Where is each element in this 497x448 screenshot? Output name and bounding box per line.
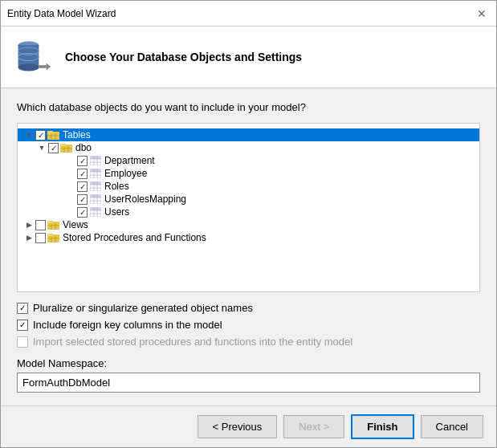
svg-rect-11: [90, 156, 101, 159]
expander-storedprocs: ▶: [24, 233, 34, 242]
option-row-pluralize: Pluralize or singularize generated objec…: [17, 302, 480, 314]
table-icon-userrolesmapping: [89, 193, 102, 205]
label-importprocs: Import selected stored procedures and fu…: [33, 336, 352, 348]
label-views: Views: [63, 219, 88, 230]
svg-rect-35: [90, 207, 101, 210]
question-label: Which database objects do you want to in…: [17, 101, 480, 113]
title-bar-left: Entity Data Model Wizard: [7, 8, 116, 19]
svg-rect-6: [60, 144, 66, 147]
label-userrolesmapping: UserRolesMapping: [104, 193, 186, 205]
option-row-foreignkey: Include foreign key columns in the model: [17, 319, 480, 331]
svg-rect-41: [47, 221, 53, 224]
database-icon: [14, 38, 52, 76]
tree-item-department[interactable]: ▶ Department: [18, 154, 479, 167]
svg-rect-17: [90, 169, 101, 172]
folder-icon-tables: [47, 129, 60, 141]
namespace-section: Model Namespace:: [17, 357, 480, 393]
cylinder-bottom: [18, 63, 39, 71]
label-roles: Roles: [104, 181, 129, 192]
cancel-button[interactable]: Cancel: [421, 415, 483, 438]
expander-views: ▶: [24, 220, 34, 230]
finish-button[interactable]: Finish: [351, 414, 413, 439]
options-section: Pluralize or singularize generated objec…: [17, 302, 480, 348]
connector-bar: [39, 65, 46, 68]
footer: < Previous Next > Finish Cancel: [1, 405, 496, 447]
next-button[interactable]: Next >: [283, 415, 344, 438]
tree-item-dbo[interactable]: ▼ dbo: [18, 141, 479, 154]
table-icon-employee: [89, 168, 102, 179]
folder-icon-dbo: [60, 142, 73, 153]
window-title: Entity Data Model Wizard: [7, 8, 116, 19]
expander-dbo: ▼: [37, 143, 47, 153]
db-icon-svg: [14, 38, 52, 76]
tree-item-employee[interactable]: ▶ Employee: [18, 167, 479, 180]
option-row-importprocs: Import selected stored procedures and fu…: [17, 336, 480, 348]
entity-data-model-wizard-dialog: Entity Data Model Wizard ✕ Choose Your D…: [0, 0, 497, 448]
tree-item-storedprocs[interactable]: ▶ Stored Procedures and Functions: [18, 231, 479, 244]
content-area: Which database objects do you want to in…: [1, 88, 496, 405]
header-title: Choose Your Database Objects and Setting…: [65, 51, 302, 63]
header-section: Choose Your Database Objects and Setting…: [1, 26, 496, 88]
checkbox-foreignkey[interactable]: [17, 320, 28, 331]
tree-item-tables[interactable]: ▼ Tables: [18, 128, 479, 141]
label-employee: Employee: [104, 168, 147, 179]
tree-view[interactable]: ▼ Tables ▼: [17, 123, 480, 292]
checkbox-storedprocs[interactable]: [35, 233, 46, 243]
checkbox-dbo[interactable]: [48, 143, 59, 153]
tree-item-users[interactable]: ▶ Users: [18, 206, 479, 218]
label-foreignkey: Include foreign key columns in the model: [33, 319, 222, 331]
title-bar: Entity Data Model Wizard ✕: [1, 1, 496, 26]
table-icon-roles: [89, 181, 102, 192]
tree-item-roles[interactable]: ▶ Roles: [18, 180, 479, 193]
checkbox-views[interactable]: [35, 220, 46, 230]
expander-tables: ▼: [24, 130, 34, 140]
close-button[interactable]: ✕: [474, 6, 490, 22]
checkbox-importprocs: [17, 336, 28, 348]
connector-arrow: [47, 63, 51, 70]
label-department: Department: [104, 155, 155, 166]
svg-rect-23: [90, 181, 101, 185]
previous-button[interactable]: < Previous: [198, 415, 278, 438]
checkbox-users[interactable]: [77, 207, 88, 218]
folder-icon-views: [47, 219, 60, 230]
folder-icon-storedprocs: [47, 232, 60, 243]
svg-rect-1: [47, 131, 53, 134]
svg-rect-29: [90, 194, 101, 198]
table-icon-users: [89, 206, 102, 218]
label-users: Users: [104, 206, 129, 218]
checkbox-department[interactable]: [77, 156, 88, 166]
tree-item-userrolesmapping[interactable]: ▶ UserRolesMapping: [18, 193, 479, 206]
namespace-input[interactable]: [17, 373, 480, 393]
label-storedprocs: Stored Procedures and Functions: [63, 232, 206, 243]
svg-rect-46: [47, 234, 53, 237]
label-pluralize: Pluralize or singularize generated objec…: [33, 302, 253, 314]
label-tables: Tables: [63, 129, 91, 141]
checkbox-roles[interactable]: [77, 181, 88, 192]
checkbox-tables[interactable]: [35, 130, 46, 141]
checkbox-userrolesmapping[interactable]: [77, 194, 88, 205]
label-dbo: dbo: [75, 142, 92, 153]
checkbox-employee[interactable]: [77, 169, 88, 179]
checkbox-pluralize[interactable]: [17, 303, 28, 314]
tree-item-views[interactable]: ▶ Views: [18, 218, 479, 231]
namespace-label: Model Namespace:: [17, 357, 480, 369]
table-icon-department: [89, 155, 102, 166]
